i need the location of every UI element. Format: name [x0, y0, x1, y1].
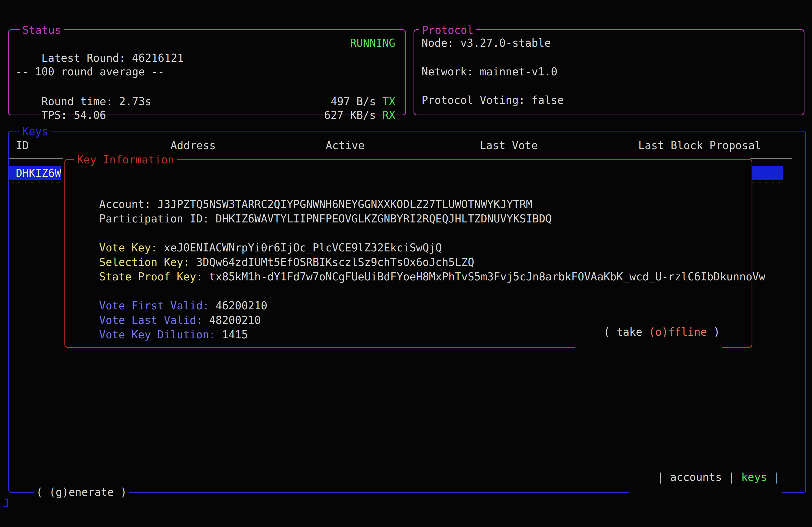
round-time-value: 2.73s: [119, 95, 151, 108]
stray-terminal-char: J: [3, 496, 10, 511]
tab-separator-open: |: [657, 471, 670, 483]
take-offline-accent: (o)ffline: [649, 326, 707, 338]
column-header-address: Address: [171, 138, 216, 153]
status-panel: Status Latest Round: 46216121 RUNNING --…: [8, 29, 406, 115]
protocol-voting: Protocol Voting: false: [422, 93, 564, 108]
take-offline-prefix: ( take: [604, 326, 649, 338]
vote-key-dilution-label: Vote Key Dilution:: [99, 328, 222, 341]
network-name: Network: mainnet-v1.0: [422, 64, 557, 79]
vote-key-dilution-value: 1415: [222, 328, 248, 341]
dim-row-fragment-left: -------------: [10, 180, 62, 183]
tab-separator-mid: |: [722, 471, 741, 483]
latest-round-label: Latest Round:: [41, 52, 132, 64]
protocol-panel: Protocol Node: v3.27.0-stable Network: m…: [414, 29, 804, 115]
run-state-badge: RUNNING: [350, 35, 395, 50]
key-information-title: Key Information: [74, 152, 177, 167]
column-header-id: ID: [16, 138, 29, 153]
tps-label: TPS:: [41, 109, 74, 121]
tab-accounts[interactable]: accounts: [670, 471, 722, 483]
tps-value: 54.06: [74, 109, 106, 121]
tab-separator-close: |: [767, 471, 780, 483]
column-header-active: Active: [326, 138, 365, 153]
participation-id-value: DHKIZ6WAVTYLIIPNFPEOVGLKZGNBYRI2RQEQJHLT…: [216, 212, 552, 225]
state-proof-key-label: State Proof Key:: [99, 270, 209, 283]
take-offline-suffix: ): [707, 326, 720, 338]
node-version: Node: v3.27.0-stable: [422, 35, 551, 50]
dim-row-fragment-right: --------: [751, 180, 783, 183]
tab-keys[interactable]: keys: [741, 471, 767, 483]
table-row-selected-id-cell[interactable]: DHKIZ6W: [9, 166, 61, 180]
state-proof-key-value: tx85kM1h-dY1Fd7w7oNCgFUeUiBdFYoeH8MxPhTv…: [209, 270, 765, 283]
header-separator-left: [10, 158, 63, 159]
average-header: -- 100 round average --: [16, 64, 164, 79]
generate-button[interactable]: ( (g)enerate ): [34, 485, 129, 500]
rx-label: RX: [382, 109, 395, 121]
terminal-screen: { "colors": { "magenta": "#bd3abd", "blu…: [0, 0, 812, 527]
latest-round-value: 46216121: [132, 52, 184, 64]
keys-panel-title: Keys: [19, 124, 51, 139]
vote-key-dilution-line: Vote Key Dilution: 1415: [73, 312, 248, 357]
view-tabs: | accounts | keys |: [629, 454, 782, 500]
rx-rate-value: 627 KB/s: [324, 109, 382, 121]
column-header-last-vote: Last Vote: [480, 138, 538, 153]
key-information-panel: Key Information Account: J3JPZTQ5NSW3TAR…: [64, 159, 752, 348]
participation-id-label: Participation ID:: [99, 212, 215, 225]
header-separator-right: [751, 158, 792, 159]
column-header-last-block-proposal: Last Block Proposal: [638, 138, 761, 153]
table-row-selected-right-cell[interactable]: [751, 166, 783, 180]
take-offline-button[interactable]: ( take (o)ffline ): [576, 310, 722, 355]
